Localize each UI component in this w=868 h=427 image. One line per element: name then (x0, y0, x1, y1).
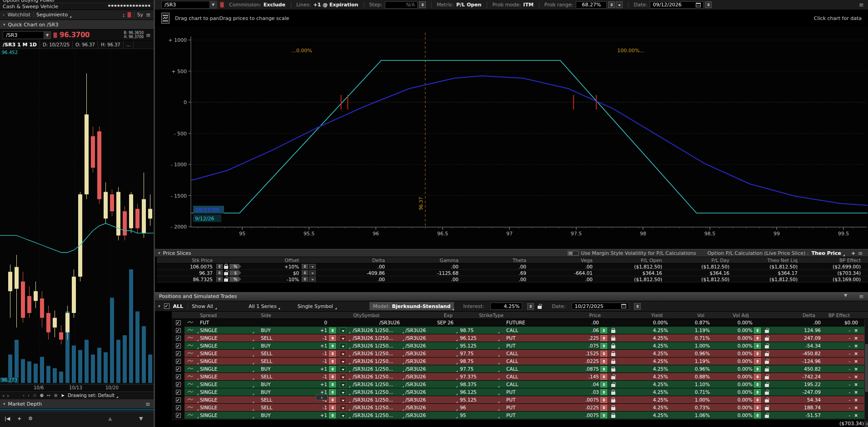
symbol-cell[interactable]: /SR3U26 1/250... (348, 373, 402, 380)
spread-cell[interactable]: SINGLE (196, 342, 252, 349)
price-stepper[interactable] (600, 374, 607, 380)
vol-adj-stepper[interactable] (754, 335, 761, 341)
spread-cell[interactable]: SINGLE (196, 334, 252, 342)
vol-adj-cell[interactable]: 0.00% (710, 357, 753, 365)
remove-row-button[interactable]: × (854, 382, 858, 387)
qty-cell[interactable]: -1 (310, 334, 327, 342)
price-stepper[interactable] (600, 351, 607, 357)
slice-lock-icon[interactable] (224, 266, 228, 269)
analyze-symbol-input[interactable]: /SR3 (162, 2, 210, 8)
row-checkbox[interactable]: ✓ (176, 405, 181, 410)
side-cell[interactable]: SELL (252, 373, 310, 380)
positions-date-value[interactable]: 10/27/2025 (574, 303, 619, 309)
minimize-row-button[interactable]: - (848, 358, 850, 364)
stk-price-stepper[interactable] (216, 270, 223, 275)
add-icon[interactable]: + (17, 416, 21, 422)
stk-price-value[interactable]: 96.37 (157, 270, 214, 276)
watchlist-name-dropdown[interactable]: Seguimiento (36, 12, 71, 18)
remove-row-button[interactable]: × (854, 366, 858, 372)
qty-dropdown[interactable] (339, 374, 346, 380)
vol-adj-stepper[interactable] (754, 366, 761, 372)
qty-dropdown[interactable] (339, 389, 346, 395)
price-lock-icon[interactable] (611, 353, 615, 356)
price-lock-icon[interactable] (611, 345, 615, 348)
exp-symbol-cell[interactable]: /SR3U26 (402, 388, 455, 396)
positions-date-stepper[interactable] (634, 303, 641, 310)
symbol-cell[interactable]: /SR3U26 1/250... (348, 404, 402, 411)
minimize-row-button[interactable]: - (848, 366, 850, 372)
qty-dropdown[interactable] (339, 412, 346, 418)
spread-cell[interactable]: SINGLE (196, 373, 252, 380)
minimize-row-button[interactable]: - (848, 374, 850, 379)
remove-row-button[interactable]: × (854, 358, 858, 364)
vol-adj-cell[interactable]: 0.00% (710, 365, 753, 372)
exp-symbol-cell[interactable]: /SR3U26 (402, 373, 455, 380)
positions-menu-icon[interactable]: ≡ (859, 293, 864, 300)
price-lock-icon[interactable] (611, 361, 615, 364)
chart-thumbnail-icon[interactable] (161, 13, 170, 24)
offset-stepper[interactable] (302, 277, 308, 282)
quick-chart-menu-icon[interactable]: ≡ (146, 32, 151, 39)
price-stepper[interactable] (600, 335, 607, 341)
commission-value[interactable]: Exclude (264, 2, 285, 8)
interest-input[interactable]: 4.25% (490, 303, 522, 310)
vol-adj-cell[interactable]: 0.00% (710, 404, 753, 411)
symbol-cell[interactable]: /SR3U26 1/250... (348, 381, 402, 388)
position-plot-icon[interactable] (187, 320, 194, 325)
vol-adj-stepper[interactable] (754, 405, 761, 411)
row-checkbox[interactable]: ✓ (176, 343, 181, 348)
price-lock-icon[interactable] (611, 338, 615, 341)
vol-adj-lock-icon[interactable] (765, 353, 769, 356)
price-lock-icon[interactable] (611, 399, 615, 402)
remove-row-button[interactable]: × (854, 397, 858, 402)
qty-stepper[interactable] (329, 389, 336, 395)
show-all-dropdown[interactable]: Show All (192, 303, 217, 309)
vol-adj-stepper[interactable] (754, 343, 761, 349)
position-plot-icon[interactable] (187, 351, 194, 356)
scroll-down-icon[interactable]: ▼ (139, 416, 143, 422)
page-left-icon[interactable]: ‹ (23, 393, 25, 398)
option-type-cell[interactable]: PUT (497, 404, 558, 411)
vol-adj-stepper[interactable] (754, 412, 761, 418)
offset-dropdown[interactable] (309, 264, 316, 269)
price-stepper[interactable] (600, 358, 607, 364)
side-cell[interactable]: BUY (252, 327, 310, 334)
qty-stepper[interactable] (329, 397, 336, 403)
minimize-row-button[interactable]: - (848, 343, 850, 348)
vol-adj-stepper[interactable] (754, 382, 761, 387)
vol-adj-lock-icon[interactable] (765, 392, 769, 395)
price-cell[interactable]: .0875 (558, 365, 599, 372)
analyze-symbol-combo[interactable]: /SR3 ▼ (161, 1, 217, 9)
remove-row-button[interactable]: × (854, 343, 858, 348)
link-color-badge[interactable] (220, 2, 224, 8)
stk-price-stepper[interactable] (216, 264, 223, 269)
qty-cell[interactable]: +1 (310, 412, 327, 419)
offset-mode-badge[interactable]: $ (229, 270, 241, 276)
strike-cell[interactable]: 96.125 (455, 334, 497, 342)
position-plot-icon[interactable] (187, 412, 194, 418)
side-cell[interactable]: BUY (252, 412, 310, 419)
scroll-to-top-button[interactable]: ▴ (316, 394, 328, 400)
symbol-cell[interactable]: /SR3U26 1/250... (348, 412, 402, 419)
scrollbar-thumb[interactable] (865, 344, 868, 392)
price-cell[interactable]: .0075 (558, 412, 599, 419)
minimize-row-button[interactable]: - (848, 328, 850, 333)
strike-cell[interactable]: 97.375 (455, 373, 497, 380)
symbol-cell[interactable]: /SR3U26 1/250... (348, 327, 402, 334)
row-checkbox[interactable]: ✓ (176, 374, 181, 379)
collapse-icon[interactable]: ▾ (3, 22, 5, 27)
vol-adj-lock-icon[interactable] (765, 384, 769, 387)
minimize-row-button[interactable]: - (848, 335, 850, 341)
option-type-cell[interactable]: PUT (497, 412, 558, 419)
qty-dropdown[interactable] (339, 358, 346, 364)
exp-symbol-cell[interactable]: /SR3U26 (402, 365, 455, 372)
minimize-row-button[interactable]: - (848, 412, 850, 418)
side-cell[interactable]: BUY (252, 342, 310, 349)
offset-value[interactable]: $0 (244, 270, 300, 276)
row-checkbox[interactable]: ✓ (176, 359, 181, 364)
vol-adj-lock-icon[interactable] (765, 399, 769, 402)
vol-adj-stepper[interactable] (754, 374, 761, 380)
option-type-cell[interactable]: CALL (497, 381, 558, 388)
qty-stepper[interactable] (329, 335, 336, 341)
row-checkbox[interactable]: ✓ (176, 367, 181, 372)
